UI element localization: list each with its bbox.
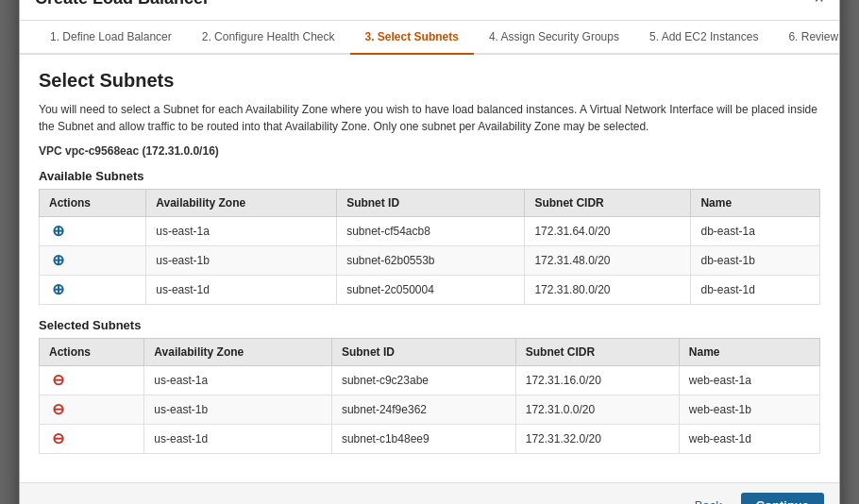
- remove-subnet-button[interactable]: ⊖: [49, 372, 66, 389]
- modal-header: Create Load Balancer ×: [20, 0, 839, 21]
- tab-configure-health-check[interactable]: 2. Configure Health Check: [187, 21, 350, 55]
- az-cell: us-east-1d: [144, 424, 332, 453]
- selected-col-name: Name: [679, 338, 819, 365]
- name-cell: db-east-1b: [691, 245, 820, 275]
- subnet-id-cell: subnet-24f9e362: [331, 395, 515, 424]
- selected-col-az: Availability Zone: [144, 338, 332, 365]
- az-cell: us-east-1a: [146, 216, 337, 245]
- subnet-id-cell: subnet-c9c23abe: [331, 365, 515, 395]
- selected-subnets-header-row: Actions Availability Zone Subnet ID Subn…: [40, 338, 820, 365]
- tab-review[interactable]: 6. Review: [773, 21, 840, 55]
- az-cell: us-east-1b: [146, 245, 337, 275]
- table-row: ⊕ us-east-1a subnet-cf54acb8 172.31.64.0…: [40, 216, 820, 245]
- selected-col-subnet-cidr: Subnet CIDR: [515, 338, 679, 365]
- name-cell: web-east-1b: [679, 395, 819, 424]
- table-row: ⊖ us-east-1b subnet-24f9e362 172.31.0.0/…: [40, 395, 820, 424]
- selected-subnets-title: Selected Subnets: [39, 318, 820, 332]
- subnet-cidr-cell: 172.31.32.0/20: [515, 424, 679, 453]
- table-row: ⊕ us-east-1b subnet-62b0553b 172.31.48.0…: [40, 245, 820, 275]
- az-cell: us-east-1b: [144, 395, 332, 424]
- name-cell: web-east-1a: [679, 365, 819, 395]
- available-subnets-header-row: Actions Availability Zone Subnet ID Subn…: [40, 189, 820, 216]
- available-subnets-title: Available Subnets: [39, 169, 820, 183]
- vpc-label: VPC vpc-c9568eac (172.31.0.0/16): [39, 144, 820, 158]
- table-row: ⊖ us-east-1a subnet-c9c23abe 172.31.16.0…: [40, 365, 820, 395]
- available-col-subnet-id: Subnet ID: [337, 189, 525, 216]
- available-subnets-table: Actions Availability Zone Subnet ID Subn…: [39, 189, 820, 305]
- continue-button[interactable]: Continue: [741, 493, 824, 505]
- selected-col-subnet-id: Subnet ID: [331, 338, 515, 365]
- available-col-subnet-cidr: Subnet CIDR: [525, 189, 691, 216]
- section-title: Select Subnets: [39, 70, 820, 92]
- close-button[interactable]: ×: [814, 0, 824, 7]
- subnet-id-cell: subnet-c1b48ee9: [331, 424, 515, 453]
- modal-title: Create Load Balancer: [35, 0, 210, 8]
- subnet-id-cell: subnet-2c050004: [337, 275, 525, 304]
- available-col-az: Availability Zone: [146, 189, 337, 216]
- subnet-cidr-cell: 172.31.80.0/20: [525, 275, 691, 304]
- subnet-id-cell: subnet-cf54acb8: [337, 216, 525, 245]
- table-row: ⊕ us-east-1d subnet-2c050004 172.31.80.0…: [40, 275, 820, 304]
- subnet-cidr-cell: 172.31.16.0/20: [515, 365, 679, 395]
- name-cell: db-east-1d: [691, 275, 820, 304]
- subnet-id-cell: subnet-62b0553b: [337, 245, 525, 275]
- create-load-balancer-modal: Create Load Balancer × 1. Define Load Ba…: [19, 0, 840, 504]
- section-description: You will need to select a Subnet for eac…: [39, 101, 820, 135]
- wizard-tabs: 1. Define Load Balancer 2. Configure Hea…: [20, 21, 839, 55]
- modal-footer: Back Continue: [20, 482, 839, 505]
- add-subnet-button[interactable]: ⊕: [49, 252, 66, 269]
- az-cell: us-east-1a: [144, 365, 332, 395]
- selected-subnets-table: Actions Availability Zone Subnet ID Subn…: [39, 338, 820, 454]
- remove-subnet-button[interactable]: ⊖: [49, 401, 66, 418]
- subnet-cidr-cell: 172.31.64.0/20: [525, 216, 691, 245]
- name-cell: db-east-1a: [691, 216, 820, 245]
- tab-select-subnets[interactable]: 3. Select Subnets: [350, 21, 474, 55]
- az-cell: us-east-1d: [146, 275, 337, 304]
- selected-col-actions: Actions: [40, 338, 144, 365]
- name-cell: web-east-1d: [679, 424, 819, 453]
- table-row: ⊖ us-east-1d subnet-c1b48ee9 172.31.32.0…: [40, 424, 820, 453]
- remove-subnet-button[interactable]: ⊖: [49, 430, 66, 447]
- tab-add-ec2-instances[interactable]: 5. Add EC2 Instances: [634, 21, 773, 55]
- subnet-cidr-cell: 172.31.48.0/20: [525, 245, 691, 275]
- tab-define-load-balancer[interactable]: 1. Define Load Balancer: [35, 21, 187, 55]
- modal-body: Select Subnets You will need to select a…: [20, 55, 839, 482]
- add-subnet-button[interactable]: ⊕: [49, 223, 66, 240]
- tab-assign-security-groups[interactable]: 4. Assign Security Groups: [474, 21, 634, 55]
- back-button[interactable]: Back: [683, 493, 733, 505]
- add-subnet-button[interactable]: ⊕: [49, 281, 66, 298]
- available-col-actions: Actions: [40, 189, 146, 216]
- available-col-name: Name: [691, 189, 820, 216]
- subnet-cidr-cell: 172.31.0.0/20: [515, 395, 679, 424]
